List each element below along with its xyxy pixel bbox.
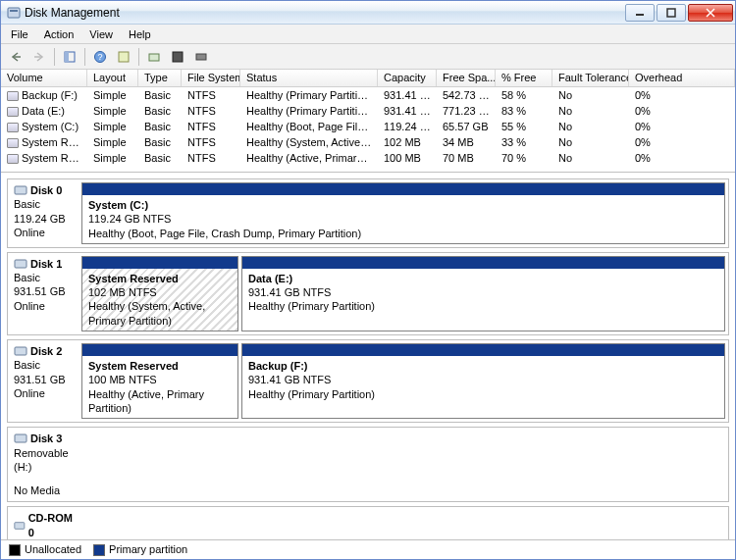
volume-icon [7, 91, 19, 101]
volume-layout: Simple [87, 89, 138, 101]
volume-overhead: 0% [629, 89, 735, 101]
disk-size: 931.51 GB [14, 373, 73, 386]
volume-name: Backup (F:) [22, 89, 78, 101]
disk-graphical-view: Disk 0Basic119.24 GBOnlineSystem (C:)119… [1, 172, 735, 539]
svg-rect-17 [15, 260, 26, 268]
menu-help[interactable]: Help [121, 26, 159, 42]
svg-rect-13 [149, 54, 159, 61]
volume-icon [7, 138, 19, 148]
disk-state: Online [14, 299, 73, 313]
volume-row[interactable]: Backup (F:)SimpleBasicNTFSHealthy (Prima… [1, 87, 735, 103]
volume-layout: Simple [87, 152, 138, 164]
volume-name: System Reserved [22, 152, 87, 164]
partition-size: 931.41 GB NTFS [248, 286, 331, 298]
partition-status: Healthy (Boot, Page File, Crash Dump, Pr… [88, 228, 361, 239]
partition[interactable]: System Reserved100 MB NTFSHealthy (Activ… [81, 343, 238, 419]
volume-fault: No [552, 152, 629, 164]
volume-free: 771.23 GB [437, 105, 496, 117]
help-button[interactable]: ? [89, 46, 111, 68]
disk-label: CD-ROM 0DVD (G:)No Media [8, 507, 79, 539]
column-header-status[interactable]: Status [240, 70, 378, 86]
partition-color-bar [82, 183, 724, 195]
maximize-button[interactable] [657, 4, 686, 22]
column-header-pctfree[interactable]: % Free [496, 70, 552, 86]
volume-name: System Reserved [22, 136, 87, 148]
volume-type: Basic [138, 152, 182, 164]
disk-row[interactable]: Disk 0Basic119.24 GBOnlineSystem (C:)119… [7, 178, 729, 248]
attach-vhd-button[interactable] [190, 46, 212, 68]
volume-status: Healthy (Active, Primary Partition) [240, 152, 378, 164]
disk-kind: Basic [14, 358, 73, 372]
column-header-layout[interactable]: Layout [87, 70, 138, 86]
volume-type: Basic [138, 136, 182, 148]
volume-free: 34 MB [437, 136, 496, 148]
column-header-fs[interactable]: File System [182, 70, 240, 86]
menu-action[interactable]: Action [36, 26, 82, 42]
volume-fs: NTFS [182, 152, 240, 164]
volume-icon [7, 154, 19, 164]
disk-label: Disk 1Basic931.51 GBOnline [8, 253, 79, 334]
disk-label: Disk 2Basic931.51 GBOnline [8, 340, 79, 422]
volume-free: 65.57 GB [437, 121, 496, 132]
volume-name: Data (E:) [22, 105, 65, 117]
minimize-button[interactable] [625, 4, 655, 22]
volume-overhead: 0% [629, 152, 735, 164]
column-header-fault[interactable]: Fault Tolerance [552, 70, 629, 86]
disk-kind: Removable (H:) [14, 446, 73, 475]
disk-row[interactable]: Disk 1Basic931.51 GBOnlineSystem Reserve… [7, 252, 729, 335]
volume-layout: Simple [87, 121, 138, 132]
volume-status: Healthy (System, Active, Primary ... [240, 136, 378, 148]
volume-table-header: Volume Layout Type File System Status Ca… [1, 70, 735, 87]
menu-view[interactable]: View [81, 26, 121, 42]
volume-status: Healthy (Boot, Page File, Crash Du... [240, 121, 378, 132]
svg-rect-1 [10, 10, 18, 12]
volume-icon [7, 107, 19, 117]
partition-title: System Reserved [88, 273, 179, 284]
volume-list: Backup (F:)SimpleBasicNTFSHealthy (Prima… [1, 87, 735, 166]
menu-file[interactable]: File [3, 26, 36, 42]
partition-title: Data (E:) [248, 273, 292, 284]
toolbar-separator [54, 48, 55, 66]
volume-fault: No [552, 121, 629, 132]
disk-row[interactable]: CD-ROM 0DVD (G:)No Media [7, 506, 729, 539]
column-header-overhead[interactable]: Overhead [629, 70, 735, 86]
close-button[interactable] [688, 4, 733, 22]
volume-row[interactable]: Data (E:)SimpleBasicNTFSHealthy (Primary… [1, 103, 735, 119]
volume-type: Basic [138, 89, 182, 101]
volume-capacity: 100 MB [378, 152, 437, 164]
partition-color-bar [242, 344, 724, 356]
partition-size: 100 MB NTFS [88, 374, 157, 385]
partition-status: Healthy (Active, Primary Partition) [88, 388, 204, 414]
volume-overhead: 0% [629, 121, 735, 132]
show-hide-console-button[interactable] [59, 46, 80, 68]
back-button[interactable] [5, 46, 26, 68]
partition[interactable]: Backup (F:)931.41 GB NTFSHealthy (Primar… [241, 343, 725, 419]
volume-row[interactable]: System ReservedSimpleBasicNTFSHealthy (A… [1, 150, 735, 166]
partition-color-bar [82, 344, 237, 356]
volume-row[interactable]: System (C:)SimpleBasicNTFSHealthy (Boot,… [1, 119, 735, 134]
volume-row[interactable]: System ReservedSimpleBasicNTFSHealthy (S… [1, 134, 735, 150]
column-header-type[interactable]: Type [138, 70, 182, 86]
disk-label: Disk 0Basic119.24 GBOnline [8, 179, 79, 247]
refresh-button[interactable] [113, 46, 134, 68]
disk-row[interactable]: Disk 2Basic931.51 GBOnlineSystem Reserve… [7, 339, 729, 423]
titlebar: Disk Management [1, 1, 735, 25]
svg-rect-16 [15, 186, 26, 194]
column-header-volume[interactable]: Volume [1, 70, 87, 86]
column-header-capacity[interactable]: Capacity [378, 70, 437, 86]
disk-partitions [79, 428, 728, 501]
column-header-free[interactable]: Free Spa... [437, 70, 496, 86]
svg-rect-15 [196, 54, 206, 60]
disk-kind: Basic [14, 271, 73, 284]
volume-free: 70 MB [437, 152, 496, 164]
properties-button[interactable] [167, 46, 188, 68]
partition[interactable]: System (C:)119.24 GB NTFSHealthy (Boot, … [81, 182, 725, 244]
forward-button[interactable] [28, 46, 50, 68]
partition[interactable]: Data (E:)931.41 GB NTFSHealthy (Primary … [241, 256, 725, 331]
volume-pctfree: 33 % [496, 136, 552, 148]
rescan-disks-button[interactable] [143, 46, 165, 68]
volume-fs: NTFS [182, 89, 240, 101]
partition[interactable]: System Reserved102 MB NTFSHealthy (Syste… [81, 256, 238, 331]
partition-size: 102 MB NTFS [88, 286, 157, 298]
disk-row[interactable]: Disk 3Removable (H:)No Media [7, 427, 729, 502]
